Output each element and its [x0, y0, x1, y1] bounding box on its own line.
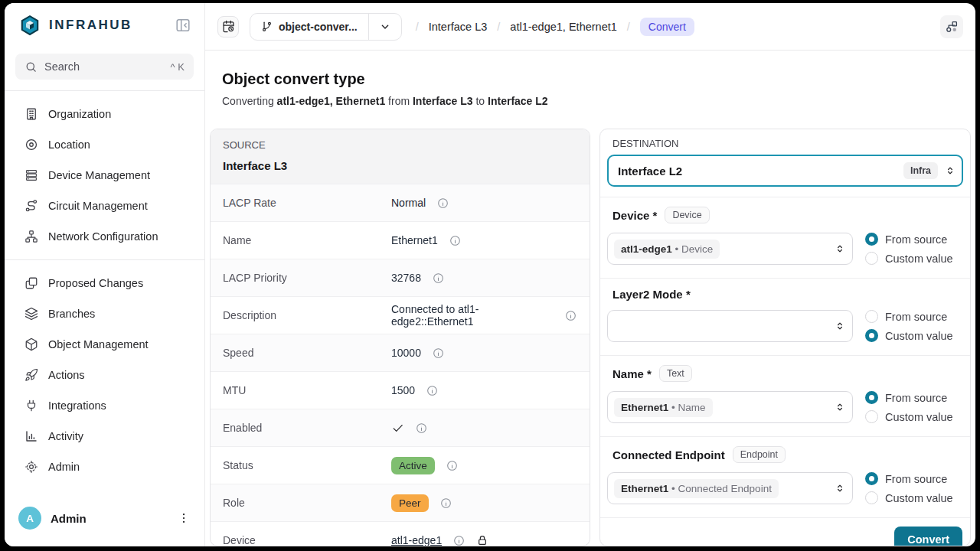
destination-kind-value: Interface L2 [618, 165, 682, 178]
main-area: object-conver... / Interface L3 / atl1-e… [205, 3, 975, 546]
sidebar-item-label: Branches [48, 308, 95, 320]
layer2-mode-select[interactable] [607, 310, 853, 342]
radio-label: From source [885, 473, 947, 485]
branch-selector[interactable]: object-conver... [250, 13, 402, 41]
sidebar-nav-secondary: Proposed Changes Branches Object Managem… [5, 260, 204, 484]
sidebar-item-label: Integrations [48, 399, 106, 412]
radio-label: Custom value [885, 330, 953, 342]
info-icon[interactable] [439, 497, 452, 510]
destination-kind-select[interactable]: Interface L2 Infra [607, 155, 963, 187]
radio-label: From source [885, 392, 947, 404]
radio-from-source[interactable]: From source [865, 391, 963, 404]
sidebar-item-actions[interactable]: Actions [14, 360, 195, 390]
device-link[interactable]: atl1-edge1 [391, 534, 442, 546]
sidebar-item-activity[interactable]: Activity [14, 421, 195, 452]
source-kind: Interface L3 [223, 159, 577, 172]
field-name: Connected Endpoint [612, 448, 725, 461]
radio-label: Custom value [885, 253, 953, 265]
table-row: Device atl1-edge1 [211, 521, 590, 546]
avatar[interactable]: A [18, 507, 41, 530]
select-stepper-icon [834, 320, 846, 332]
radio-custom-value[interactable]: Custom value [865, 410, 963, 423]
sidebar-item-organization[interactable]: Organization [14, 99, 195, 129]
sidebar-item-label: Activity [48, 430, 83, 442]
radio-from-source[interactable]: From source [865, 233, 963, 246]
info-icon[interactable] [432, 272, 445, 285]
info-icon[interactable] [452, 534, 466, 547]
breadcrumb-separator: / [627, 21, 630, 33]
info-icon[interactable] [449, 234, 462, 247]
time-travel-button[interactable] [217, 16, 239, 37]
lock-icon [476, 534, 488, 546]
destination-panel: DESTINATION Interface L2 Infra Device * … [599, 129, 971, 546]
breadcrumb-separator: / [416, 21, 419, 33]
sidebar-item-network-configuration[interactable]: Network Configuration [14, 221, 195, 252]
radio-custom-value[interactable]: Custom value [865, 329, 963, 342]
info-icon[interactable] [426, 384, 439, 397]
table-row: Speed 10000 [211, 334, 590, 371]
convert-button[interactable]: Convert [894, 527, 962, 546]
name-source-radios: From source Custom value [865, 391, 963, 423]
row-label: Name [223, 234, 391, 246]
radio-icon [865, 310, 878, 323]
radio-icon [865, 472, 878, 485]
select-stepper-icon [834, 243, 846, 255]
route-icon [24, 199, 38, 213]
check-icon [391, 422, 404, 435]
radio-label: From source [885, 311, 947, 323]
infrahub-logo-icon [18, 14, 41, 37]
subtitle-prefix: Converting [222, 95, 274, 107]
search-input[interactable]: Search ^ K [15, 54, 194, 80]
sidebar-item-device-management[interactable]: Device Management [14, 160, 195, 191]
sidebar-item-object-management[interactable]: Object Management [14, 329, 195, 360]
connected-endpoint-select[interactable]: Ethernet1 • Connected Endpoint [607, 472, 853, 504]
user-name: Admin [51, 512, 87, 525]
row-label: Speed [223, 347, 391, 359]
plug-icon [24, 399, 38, 412]
sidebar-item-circuit-management[interactable]: Circuit Management [14, 191, 195, 221]
search-shortcut: ^ K [171, 61, 185, 73]
sidebar-item-location[interactable]: Location [14, 129, 195, 160]
table-row: Description Connected to atl1-edge2::Eth… [211, 296, 590, 334]
search-placeholder: Search [44, 60, 80, 73]
kebab-menu-icon[interactable] [177, 511, 191, 525]
branch-selector-value: object-conver... [279, 21, 358, 33]
radio-icon [865, 329, 878, 342]
diff-icon [24, 276, 38, 290]
field-kind-badge: Text [659, 365, 692, 382]
sidebar-item-admin[interactable]: Admin [14, 452, 195, 482]
sidebar-item-label: Proposed Changes [48, 277, 143, 289]
name-select[interactable]: Ethernet1 • Name [607, 391, 853, 423]
sidebar-item-label: Network Configuration [48, 230, 158, 243]
chevron-down-icon[interactable] [369, 21, 401, 33]
source-panel-label: SOURCE [223, 139, 577, 151]
radio-icon [865, 252, 878, 265]
radio-label: From source [885, 233, 947, 246]
radio-from-source[interactable]: From source [865, 310, 963, 323]
radio-from-source[interactable]: From source [865, 472, 963, 485]
breadcrumb-item-object[interactable]: atl1-edge1, Ethernet1 [510, 21, 616, 33]
device-select[interactable]: atl1-edge1 • Device [607, 233, 853, 265]
sidebar-item-branches[interactable]: Branches [14, 298, 195, 329]
info-icon[interactable] [446, 459, 459, 472]
info-icon[interactable] [432, 347, 445, 360]
namespace-badge: Infra [903, 162, 938, 179]
radio-custom-value[interactable]: Custom value [865, 491, 963, 504]
required-mark: * [647, 367, 652, 380]
table-row: Status Active [211, 446, 590, 484]
info-icon[interactable] [415, 422, 428, 435]
info-icon[interactable] [564, 309, 577, 322]
sidebar-item-integrations[interactable]: Integrations [14, 390, 195, 421]
role-badge: Peer [391, 494, 429, 512]
row-label: LACP Priority [223, 272, 391, 284]
info-icon[interactable] [436, 197, 449, 210]
schema-button[interactable] [940, 15, 963, 38]
row-label: Device [223, 534, 391, 546]
building-icon [24, 107, 38, 121]
table-row: LACP Rate Normal [211, 184, 590, 221]
breadcrumb-item-interface-l3[interactable]: Interface L3 [429, 21, 488, 33]
sidebar-collapse-icon[interactable] [174, 16, 192, 34]
sidebar-item-proposed-changes[interactable]: Proposed Changes [14, 268, 195, 298]
radio-custom-value[interactable]: Custom value [865, 252, 963, 265]
page-title: Object convert type [222, 70, 959, 88]
